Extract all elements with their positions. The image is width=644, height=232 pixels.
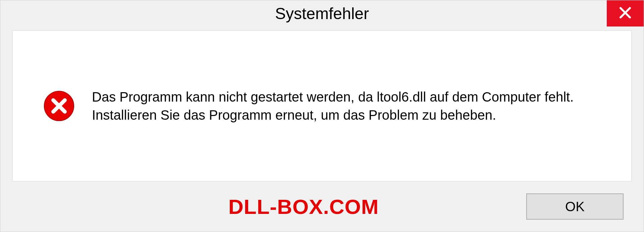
dialog-footer: DLL-BOX.COM OK (0, 181, 644, 232)
ok-button[interactable]: OK (526, 193, 624, 220)
close-icon (619, 6, 632, 21)
error-message: Das Programm kann nicht gestartet werden… (92, 88, 595, 124)
error-dialog: Systemfehler Das Programm kann nicht ges… (0, 0, 644, 232)
content-panel: Das Programm kann nicht gestartet werden… (12, 31, 632, 181)
close-button[interactable] (607, 0, 644, 26)
dialog-title: Systemfehler (275, 4, 369, 23)
error-icon (43, 90, 75, 122)
titlebar: Systemfehler (0, 0, 644, 26)
watermark-text: DLL-BOX.COM (228, 195, 379, 219)
